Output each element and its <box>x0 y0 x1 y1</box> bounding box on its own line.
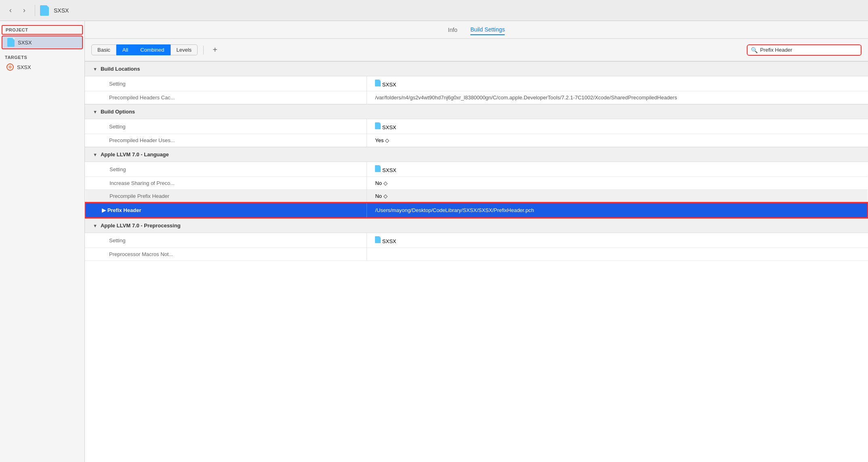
setting-name: Precompile Prefix Header <box>85 190 367 203</box>
titlebar-title: SXSX <box>54 7 69 14</box>
toolbar: Basic All Combined Levels + 🔍 <box>85 39 868 61</box>
table-row: Increase Sharing of Preco... No ◇ <box>85 177 868 190</box>
file-icon <box>375 165 381 172</box>
prefix-header-name: ▶ Prefix Header <box>85 203 367 218</box>
build-options-table: Setting SXSX Precompiled Header Uses... … <box>85 119 868 147</box>
settings-content: ▼ Build Locations Setting SXSX Precompil… <box>85 61 868 462</box>
sidebar-item-project-sxsx[interactable]: SXSX <box>2 36 83 49</box>
tab-info[interactable]: Info <box>448 25 457 35</box>
prefix-header-value: /Users/mayong/Desktop/CodeLibrary/SXSX/S… <box>367 203 868 218</box>
filter-buttons: Basic All Combined Levels + <box>91 44 221 56</box>
file-icon <box>375 236 381 243</box>
filter-basic-button[interactable]: Basic <box>91 44 116 55</box>
triangle-icon: ▼ <box>93 109 97 114</box>
sidebar-project-header: PROJECT <box>2 25 83 35</box>
back-button[interactable]: ‹ <box>5 5 16 16</box>
titlebar: ‹ › SXSX <box>0 0 868 21</box>
main-layout: PROJECT SXSX TARGETS SXSX Info Build Set… <box>0 21 868 462</box>
search-box-container: 🔍 <box>747 44 862 56</box>
setting-value: No ◇ <box>367 177 868 190</box>
filter-combined-button[interactable]: Combined <box>134 44 170 55</box>
setting-name: Increase Sharing of Preco... <box>85 177 367 190</box>
setting-value: Yes ◇ <box>367 134 868 147</box>
prefix-header-label: Prefix Header <box>107 207 141 213</box>
sidebar-targets-header: TARGETS <box>0 52 84 61</box>
setting-name: Setting <box>85 233 367 248</box>
setting-name: Setting <box>85 119 367 134</box>
setting-value: SXSX <box>367 162 868 177</box>
project-file-icon-small <box>7 38 15 47</box>
tab-build-settings[interactable]: Build Settings <box>470 25 505 35</box>
table-row-precompile: Precompile Prefix Header No ◇ <box>85 190 868 203</box>
setting-name: Precompiled Headers Cac... <box>85 91 367 104</box>
table-row: Setting SXSX <box>85 162 868 177</box>
section-title: Build Locations <box>101 66 140 72</box>
setting-value: SXSX <box>367 119 868 134</box>
nav-buttons: ‹ › <box>5 5 30 16</box>
setting-value: SXSX <box>367 76 868 91</box>
table-row: Precompiled Header Uses... Yes ◇ <box>85 134 868 147</box>
sxsx-value: SXSX <box>382 82 396 88</box>
triangle-icon: ▼ <box>93 67 97 71</box>
search-icon: 🔍 <box>751 47 758 53</box>
forward-button[interactable]: › <box>19 5 30 16</box>
content-area: Info Build Settings Basic All Combined L… <box>85 21 868 462</box>
file-icon <box>375 122 381 129</box>
sidebar-project-label: SXSX <box>18 40 32 46</box>
table-row: Preprocessor Macros Not... <box>85 248 868 261</box>
target-icon <box>6 63 14 71</box>
section-apple-llvm-preprocessing[interactable]: ▼ Apple LLVM 7.0 - Preprocessing <box>85 218 868 233</box>
apple-llvm-language-table: Setting SXSX Increase Sharing of Preco..… <box>85 162 868 218</box>
section-build-options[interactable]: ▼ Build Options <box>85 104 868 119</box>
sidebar: PROJECT SXSX TARGETS SXSX <box>0 21 85 462</box>
titlebar-divider <box>35 5 35 16</box>
setting-value: SXSX <box>367 233 868 248</box>
apple-llvm-preprocessing-table: Setting SXSX Preprocessor Macros Not... <box>85 233 868 261</box>
table-row: Setting SXSX <box>85 119 868 134</box>
svg-point-1 <box>8 65 12 69</box>
project-file-icon <box>40 5 49 16</box>
triangle-icon: ▼ <box>93 223 97 228</box>
setting-value: No ◇ <box>367 190 868 203</box>
triangle-right-icon: ▶ <box>102 207 107 213</box>
file-icon <box>375 80 381 86</box>
filter-all-button[interactable]: All <box>116 44 134 55</box>
section-title: Apple LLVM 7.0 - Preprocessing <box>101 223 181 229</box>
setting-name: Precompiled Header Uses... <box>85 134 367 147</box>
sidebar-item-target-sxsx[interactable]: SXSX <box>2 62 83 72</box>
search-box-inner: 🔍 <box>748 45 861 55</box>
section-build-locations[interactable]: ▼ Build Locations <box>85 61 868 76</box>
toolbar-divider <box>203 46 204 55</box>
sxsx-value: SXSX <box>382 238 396 244</box>
add-button[interactable]: + <box>209 44 221 56</box>
table-row: Setting SXSX <box>85 76 868 91</box>
sidebar-target-label: SXSX <box>17 64 31 70</box>
triangle-icon: ▼ <box>93 152 97 157</box>
segment-control: Basic All Combined Levels <box>91 44 198 55</box>
filter-levels-button[interactable]: Levels <box>171 44 198 55</box>
build-locations-table: Setting SXSX Precompiled Headers Cac... … <box>85 76 868 104</box>
setting-value <box>367 248 868 261</box>
setting-name: Preprocessor Macros Not... <box>85 248 367 261</box>
section-title: Build Options <box>101 109 135 115</box>
section-title: Apple LLVM 7.0 - Language <box>101 151 169 158</box>
prefix-header-row[interactable]: ▶ Prefix Header /Users/mayong/Desktop/Co… <box>85 203 868 218</box>
setting-name: Setting <box>85 76 367 91</box>
table-row: Precompiled Headers Cac... /var/folders/… <box>85 91 868 104</box>
setting-value: /var/folders/n4/gs2v4wt90hd7nj6g0xr_l838… <box>367 91 868 104</box>
section-nav: Info Build Settings <box>85 21 868 39</box>
sxsx-value: SXSX <box>382 124 396 130</box>
setting-name: Setting <box>85 162 367 177</box>
section-apple-llvm-language[interactable]: ▼ Apple LLVM 7.0 - Language <box>85 147 868 162</box>
table-row: Setting SXSX <box>85 233 868 248</box>
search-input[interactable] <box>760 47 841 53</box>
sxsx-value: SXSX <box>382 167 396 173</box>
